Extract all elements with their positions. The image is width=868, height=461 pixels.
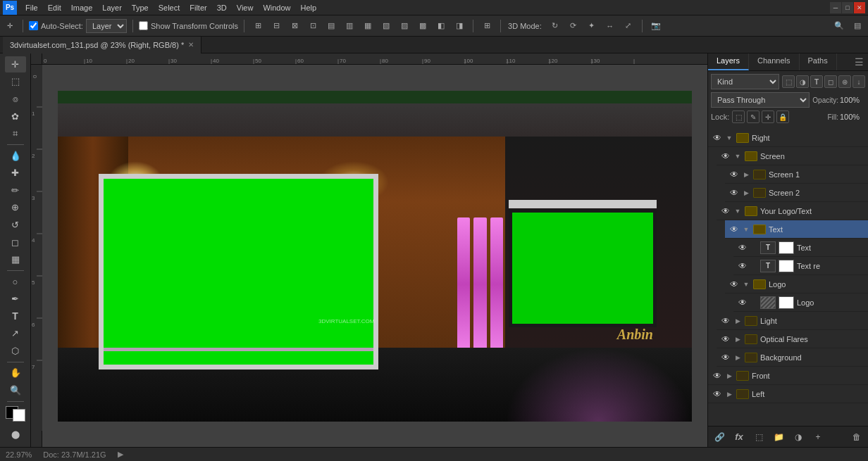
menu-type[interactable]: Type [128,2,153,13]
crop-tool-btn[interactable]: ⌗ [5,125,26,141]
layer-vis-left[interactable]: 👁 [711,388,724,400]
lock-pixels-icon[interactable]: ⬚ [732,110,745,123]
layer-arrow-optical-flares[interactable]: ▶ [733,333,742,346]
foreground-color[interactable] [6,406,25,422]
healer-tool-btn[interactable]: ✚ [5,165,26,181]
tab-layers[interactable]: Layers [708,53,749,70]
dist-center-icon[interactable]: ▧ [378,18,394,34]
kind-select[interactable]: Kind [711,74,779,89]
layer-row-text2[interactable]: 👁 T Text re [733,257,868,275]
layer-arrow-background[interactable]: ▶ [733,351,742,364]
layer-vis-background[interactable]: 👁 [719,351,732,364]
dodge-tool-btn[interactable]: ○ [5,274,26,290]
tab-channels[interactable]: Channels [749,53,799,70]
lock-artboard-icon[interactable]: ✛ [762,110,774,123]
align-left-icon[interactable]: ⊞ [250,18,266,34]
menu-help[interactable]: Help [297,2,321,13]
panel-menu-icon[interactable]: ☰ [850,53,868,70]
panel-toggle-icon[interactable]: ▤ [850,18,865,34]
transform-controls-checkbox[interactable] [139,21,148,30]
layer-row-text1[interactable]: 👁 T Text [733,239,868,257]
layer-row-screen[interactable]: 👁 ▼ Screen [717,147,868,165]
layer-arrow-screen[interactable]: ▼ [733,150,742,163]
layer-vis-text-group[interactable]: 👁 [728,223,740,236]
arrange-icon[interactable]: ⊞ [479,18,495,34]
quick-mask-btn[interactable]: ⬤ [5,424,26,444]
align-bottom-icon[interactable]: ▥ [342,18,357,34]
layers-list[interactable]: 👁 ▼ Right 👁 ▼ Screen 👁 ▶ Screen 1 [708,129,868,426]
menu-select[interactable]: Select [154,2,185,13]
status-arrow[interactable]: ▶ [118,450,123,459]
hand-tool-btn[interactable]: ✋ [5,365,26,381]
new-layer-btn[interactable]: + [810,429,826,446]
layer-vis-light[interactable]: 👁 [719,315,732,327]
shape-filter-icon[interactable]: ◻ [824,75,837,88]
new-adjustment-btn[interactable]: ◑ [790,429,807,446]
quick-select-tool-btn[interactable]: ✿ [5,108,26,125]
maximize-button[interactable]: □ [842,2,853,13]
canvas-viewport[interactable]: Anbin 3DVIRTUALSET.COM [42,65,707,447]
dist-bottom-icon[interactable]: ◨ [452,18,467,34]
layer-row-logo1[interactable]: 👁 Logo [733,293,868,312]
layer-arrow-screen2[interactable]: ▶ [742,187,750,199]
menu-file[interactable]: File [21,2,42,13]
search-icon[interactable]: 🔍 [831,18,847,34]
lock-all-icon[interactable]: 🔒 [776,110,789,123]
close-button[interactable]: ✕ [854,2,865,13]
align-center-h-icon[interactable]: ⊟ [268,18,284,34]
type-tool-btn[interactable]: T [5,308,26,324]
layer-row-screen1[interactable]: 👁 ▶ Screen 1 [725,165,868,184]
pixel-filter-icon[interactable]: ⬚ [782,75,795,88]
auto-select-checkbox[interactable] [29,21,38,30]
layer-arrow-yourlogotext[interactable]: ▼ [733,205,742,217]
layer-arrow-light[interactable]: ▶ [733,315,742,327]
layer-row-background[interactable]: 👁 ▶ Background [717,348,868,367]
document-tab[interactable]: 3dvirtualset.com_131.psd @ 23% (Right, R… [3,37,202,53]
layer-arrow-right[interactable]: ▼ [725,132,733,144]
layer-row-text-group[interactable]: 👁 ▼ Text [725,220,868,239]
dist-mid-icon[interactable]: ◧ [433,18,449,34]
layer-arrow-front[interactable]: ▶ [725,370,733,382]
layer-vis-yourlogotext[interactable]: 👁 [719,205,732,217]
pen-tool-btn[interactable]: ✒ [5,291,26,307]
smart-filter-icon[interactable]: ⊛ [838,75,851,88]
opacity-value[interactable]: 100% [840,96,865,104]
new-group-btn[interactable]: 📁 [770,429,787,446]
layer-vis-screen2[interactable]: 👁 [728,187,740,199]
auto-select-type[interactable]: Layer [86,19,127,33]
layer-row-light[interactable]: 👁 ▶ Light [717,312,868,330]
dist-left-icon[interactable]: ▦ [360,18,376,34]
lasso-tool-btn[interactable]: ⌾ [5,91,26,107]
align-right-icon[interactable]: ⊠ [287,18,302,34]
clone-tool-btn[interactable]: ⊕ [5,200,26,216]
menu-layer[interactable]: Layer [98,2,126,13]
layer-row-yourlogotext[interactable]: 👁 ▼ Your Logo/Text [717,202,868,220]
align-top-icon[interactable]: ⊡ [305,18,321,34]
layer-row-right[interactable]: 👁 ▼ Right [708,129,868,147]
layer-vis-screen[interactable]: 👁 [719,150,732,163]
tab-paths[interactable]: Paths [800,53,837,70]
layer-row-logo-group[interactable]: 👁 ▼ Logo [725,275,868,293]
layer-vis-screen1[interactable]: 👁 [728,168,740,181]
3d-roll-icon[interactable]: ⟳ [566,18,581,34]
add-mask-btn[interactable]: ⬚ [750,429,767,446]
layer-vis-right[interactable]: 👁 [711,132,724,144]
adjustment-filter-icon[interactable]: ◑ [796,75,809,88]
layer-vis-text2[interactable]: 👁 [736,260,749,272]
more-filter-icon[interactable]: ↓ [852,75,865,88]
path-tool-btn[interactable]: ↗ [5,326,26,342]
layer-arrow-screen1[interactable]: ▶ [742,168,750,181]
gradient-tool-btn[interactable]: ▦ [5,251,26,267]
layer-row-screen2[interactable]: 👁 ▶ Screen 2 [725,184,868,202]
menu-view[interactable]: View [232,2,258,13]
menu-3d[interactable]: 3D [213,2,231,13]
3d-slide-icon[interactable]: ↔ [602,18,618,34]
align-center-v-icon[interactable]: ▤ [323,18,339,34]
layer-arrow-left[interactable]: ▶ [725,388,733,400]
brush-tool-btn[interactable]: ✏ [5,182,26,198]
eraser-tool-btn[interactable]: ◻ [5,234,26,251]
dist-top-icon[interactable]: ▩ [415,18,430,34]
menu-filter[interactable]: Filter [185,2,211,13]
fill-value[interactable]: 100% [840,113,865,121]
type-filter-icon[interactable]: T [810,75,823,88]
